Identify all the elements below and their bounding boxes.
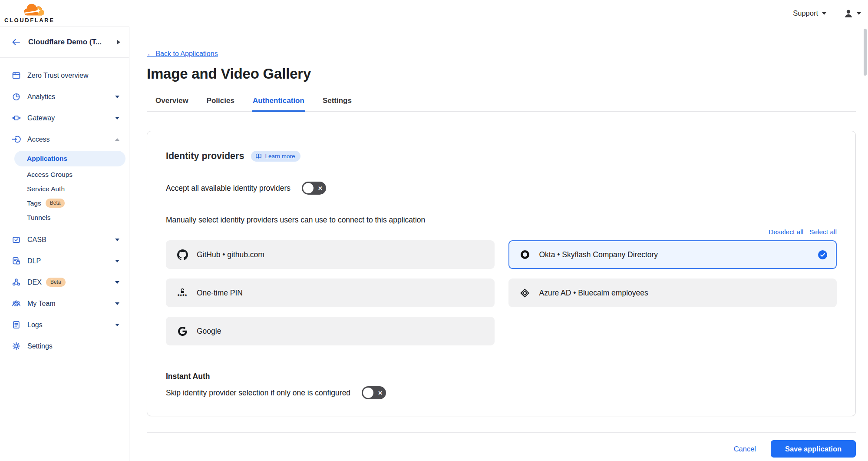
access-subnav: Applications Access Groups Service Auth … bbox=[0, 151, 129, 225]
sidebar-item-dlp[interactable]: DLP bbox=[0, 250, 129, 272]
provider-card-google[interactable]: Google bbox=[166, 317, 495, 345]
account-switcher[interactable]: Cloudflare Demo (T... bbox=[0, 27, 129, 58]
deselect-all-link[interactable]: Deselect all bbox=[769, 228, 803, 236]
provider-name: Azure AD • Bluecalm employees bbox=[539, 289, 648, 298]
sidebar-item-tags[interactable]: Tags Beta bbox=[14, 196, 125, 210]
top-bar: CLOUDFLARE Support bbox=[0, 0, 868, 27]
inbox-check-icon bbox=[12, 235, 21, 244]
sidebar-item-logs[interactable]: Logs bbox=[0, 314, 129, 335]
github-icon bbox=[176, 249, 188, 260]
manual-select-label: Manually select identity providers users… bbox=[166, 215, 837, 225]
provider-card-azure-ad[interactable]: Azure AD • Bluecalm employees bbox=[508, 279, 837, 307]
tab-authentication[interactable]: Authentication bbox=[252, 92, 305, 111]
action-footer: Cancel Save application bbox=[147, 432, 856, 458]
chevron-down-icon bbox=[115, 324, 119, 326]
sidebar-item-label: Access bbox=[27, 136, 109, 143]
chevron-down-icon bbox=[115, 96, 119, 98]
sidebar-item-label: Logs bbox=[27, 321, 109, 329]
sidebar-item-label: Zero Trust overview bbox=[27, 72, 119, 80]
scrollbar-thumb[interactable] bbox=[864, 29, 867, 76]
chevron-down-icon bbox=[115, 117, 119, 119]
book-icon bbox=[255, 153, 262, 159]
sidebar-item-applications[interactable]: Applications bbox=[14, 151, 125, 166]
save-application-button[interactable]: Save application bbox=[771, 440, 856, 458]
accept-all-label: Accept all available identity providers bbox=[166, 184, 290, 193]
chevron-down-icon bbox=[857, 12, 861, 15]
sidebar-item-label: CASB bbox=[27, 236, 109, 244]
chevron-right-icon bbox=[117, 40, 120, 44]
accept-all-toggle[interactable]: ✕ bbox=[302, 182, 326, 195]
network-icon bbox=[12, 278, 21, 287]
sidebar-item-label: Access Groups bbox=[27, 171, 73, 179]
support-menu[interactable]: Support bbox=[793, 9, 826, 17]
learn-more-button[interactable]: Learn more bbox=[251, 151, 300, 162]
instant-auth-label: Skip identity provider selection if only… bbox=[166, 388, 350, 398]
sidebar-item-tunnels[interactable]: Tunnels bbox=[14, 210, 125, 225]
sidebar-item-service-auth[interactable]: Service Auth bbox=[14, 182, 125, 196]
provider-card-github[interactable]: GitHub • github.com bbox=[166, 240, 495, 269]
sidebar-item-label: My Team bbox=[27, 300, 109, 308]
top-bar-actions: Support bbox=[793, 9, 861, 18]
select-all-link[interactable]: Select all bbox=[809, 228, 837, 236]
azure-ad-icon bbox=[519, 288, 531, 298]
sidebar-item-dex[interactable]: DEX Beta bbox=[0, 272, 129, 293]
sidebar-item-label: Gateway bbox=[27, 114, 109, 122]
provider-card-okta[interactable]: Okta • Skyflash Company Directory bbox=[508, 240, 837, 269]
back-to-applications-link[interactable]: ← Back to Applications bbox=[147, 50, 218, 58]
chevron-down-icon bbox=[115, 281, 119, 284]
one-time-pin-icon: **** bbox=[176, 288, 188, 298]
google-icon bbox=[176, 327, 188, 336]
page-title: Image and Video Gallery bbox=[147, 65, 856, 83]
sidebar-item-access-groups[interactable]: Access Groups bbox=[14, 167, 125, 182]
gear-icon bbox=[12, 342, 21, 351]
provider-card-one-time-pin[interactable]: **** One-time PIN bbox=[166, 279, 495, 307]
sidebar-item-label: Settings bbox=[27, 342, 119, 350]
sidebar-item-label: DEX Beta bbox=[27, 278, 109, 287]
sidebar-item-analytics[interactable]: Analytics bbox=[0, 86, 129, 107]
support-label: Support bbox=[793, 9, 818, 17]
zero-trust-dashboard: CLOUDFLARE Support Cloudflare bbox=[0, 0, 868, 461]
chevron-down-icon bbox=[115, 260, 119, 262]
instant-auth-heading: Instant Auth bbox=[166, 371, 837, 381]
main-content: ← Back to Applications Image and Video G… bbox=[129, 27, 868, 461]
instant-auth-toggle[interactable]: ✕ bbox=[362, 386, 386, 399]
tab-policies[interactable]: Policies bbox=[206, 92, 235, 111]
provider-name: Okta • Skyflash Company Directory bbox=[539, 250, 658, 259]
sidebar-item-label: DLP bbox=[27, 257, 109, 265]
access-icon bbox=[12, 135, 21, 144]
cloudflare-logo: CLOUDFLARE bbox=[4, 3, 62, 23]
sidebar: Cloudflare Demo (T... Zero Trust overvie… bbox=[0, 27, 129, 461]
identity-providers-panel: Identity providers Learn more Accept all… bbox=[147, 131, 856, 416]
sidebar-item-label: Applications bbox=[27, 155, 67, 163]
cloudflare-wordmark: CLOUDFLARE bbox=[4, 17, 62, 23]
panel-title: Identity providers bbox=[166, 149, 244, 163]
back-arrow-icon[interactable] bbox=[11, 37, 21, 47]
chevron-down-icon bbox=[115, 302, 119, 305]
cancel-button[interactable]: Cancel bbox=[734, 445, 756, 453]
sidebar-item-access[interactable]: Access bbox=[0, 129, 129, 150]
sidebar-item-label: Tags bbox=[27, 199, 41, 207]
sidebar-item-gateway[interactable]: Gateway bbox=[0, 107, 129, 129]
sidebar-item-label: Service Auth bbox=[27, 185, 65, 193]
sidebar-item-label: Tunnels bbox=[27, 214, 51, 222]
toggle-knob bbox=[363, 388, 373, 398]
sidebar-item-settings[interactable]: Settings bbox=[0, 335, 129, 357]
provider-name: GitHub • github.com bbox=[197, 250, 264, 259]
cloudflare-cloud-icon bbox=[21, 3, 49, 17]
account-menu[interactable] bbox=[844, 9, 861, 18]
toggle-knob bbox=[303, 183, 314, 193]
tab-overview[interactable]: Overview bbox=[155, 92, 189, 111]
provider-name: One-time PIN bbox=[197, 289, 243, 298]
sidebar-item-my-team[interactable]: My Team bbox=[0, 293, 129, 314]
sidebar-nav: Zero Trust overview Analytics Gateway bbox=[0, 58, 129, 357]
pie-chart-icon bbox=[12, 92, 21, 101]
document-icon bbox=[12, 320, 21, 329]
sidebar-item-casb[interactable]: CASB bbox=[0, 229, 129, 250]
chevron-up-icon bbox=[115, 138, 119, 141]
sidebar-item-zero-trust-overview[interactable]: Zero Trust overview bbox=[0, 65, 129, 86]
tab-settings[interactable]: Settings bbox=[322, 92, 353, 111]
user-icon bbox=[844, 9, 853, 18]
okta-icon bbox=[519, 249, 531, 260]
gateway-icon bbox=[12, 113, 21, 123]
selected-check-icon bbox=[818, 250, 827, 259]
